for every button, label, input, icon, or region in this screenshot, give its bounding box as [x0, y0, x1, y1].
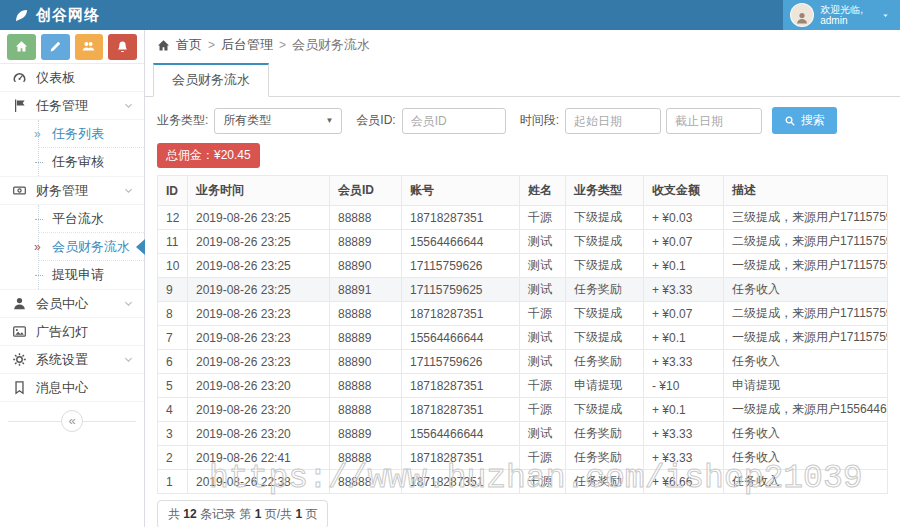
- sidebar-item-label: 广告幻灯: [36, 323, 88, 341]
- time-range-label: 时间段:: [520, 112, 559, 129]
- table-row: 62019-08-26 23:238889017115759626测试任务奖励+…: [158, 350, 888, 374]
- tab-member-finance-flow[interactable]: 会员财务流水: [153, 63, 269, 97]
- table-cell: 测试: [520, 422, 566, 446]
- table-cell: 7: [158, 326, 188, 350]
- table-cell: 任务奖励: [566, 350, 644, 374]
- table-cell: 下级提成: [566, 206, 644, 230]
- sidebar-subitem-task-review[interactable]: 任务审核: [38, 148, 144, 176]
- home-button[interactable]: [7, 34, 36, 60]
- business-type-select[interactable]: 所有类型 ▼: [214, 108, 342, 134]
- table-cell: 申请提现: [724, 374, 888, 398]
- table-cell: 18718287351: [402, 398, 520, 422]
- sidebar-item-ad-slides[interactable]: 广告幻灯: [0, 318, 144, 346]
- sidebar-subitem-task-list[interactable]: »任务列表: [38, 120, 144, 148]
- user-menu[interactable]: 欢迎光临, admin: [783, 0, 900, 30]
- table-cell: 三级提成，来源用户17115759625: [724, 206, 888, 230]
- table-cell: 下级提成: [566, 254, 644, 278]
- table-cell: 任务奖励: [566, 422, 644, 446]
- column-header: 会员ID: [330, 176, 402, 206]
- pencil-icon: [49, 40, 62, 53]
- table-cell: 2019-08-26 22:38: [188, 470, 330, 494]
- sidebar-collapse-row: «: [0, 409, 144, 433]
- table-cell: 测试: [520, 254, 566, 278]
- table-cell: 测试: [520, 350, 566, 374]
- sidebar-subitem-withdraw-apply[interactable]: 提现申请: [38, 261, 144, 289]
- member-id-input[interactable]: [402, 108, 506, 134]
- caret-down-icon: [881, 11, 890, 20]
- chevron-down-icon: [123, 100, 134, 111]
- sidebar-subitem-platform-flow[interactable]: 平台流水: [38, 205, 144, 233]
- search-button[interactable]: 搜索: [772, 107, 837, 134]
- table-cell: + ¥0.1: [644, 398, 724, 422]
- business-type-label: 业务类型:: [157, 112, 208, 129]
- chevron-down-icon: [123, 298, 134, 309]
- sidebar-item-message-center[interactable]: 消息中心: [0, 374, 144, 402]
- table-cell: 二级提成，来源用户17115759625: [724, 230, 888, 254]
- table-cell: + ¥0.07: [644, 302, 724, 326]
- start-date-input[interactable]: [565, 108, 661, 134]
- table-cell: 18718287351: [402, 470, 520, 494]
- submenu-finance-management: 平台流水»会员财务流水提现申请: [0, 205, 144, 290]
- table-cell: 2019-08-26 23:23: [188, 350, 330, 374]
- sidebar-item-task-management[interactable]: 任务管理: [0, 92, 144, 120]
- flag-icon: [12, 98, 27, 113]
- table-cell: 1: [158, 470, 188, 494]
- table-cell: 任务奖励: [566, 470, 644, 494]
- table-cell: 88889: [330, 422, 402, 446]
- table-cell: 一级提成，来源用户15564466644: [724, 398, 888, 422]
- table-cell: 千源: [520, 374, 566, 398]
- table-cell: 4: [158, 398, 188, 422]
- tab-bar: 会员财务流水: [145, 63, 900, 97]
- table-cell: 一级提成，来源用户17115759626: [724, 326, 888, 350]
- sidebar-subitem-label: 任务列表: [52, 125, 104, 143]
- app-logo[interactable]: 创谷网络: [0, 6, 145, 25]
- sidebar-item-finance-management[interactable]: 财务管理: [0, 177, 144, 205]
- column-header: 业务时间: [188, 176, 330, 206]
- breadcrumb-home[interactable]: 首页: [176, 36, 202, 54]
- sidebar-item-member-center[interactable]: 会员中心: [0, 290, 144, 318]
- table-cell: + ¥3.33: [644, 422, 724, 446]
- table-cell: 2019-08-26 23:20: [188, 422, 330, 446]
- gauge-icon: [12, 70, 27, 85]
- table-cell: 2019-08-26 23:20: [188, 398, 330, 422]
- table-cell: + ¥3.33: [644, 350, 724, 374]
- edit-button[interactable]: [41, 34, 70, 60]
- breadcrumb-separator: >: [279, 38, 286, 52]
- welcome-label: 欢迎光临,: [820, 4, 863, 15]
- table-cell: 任务奖励: [566, 446, 644, 470]
- table-cell: 18718287351: [402, 206, 520, 230]
- sidebar-item-label: 仪表板: [36, 69, 75, 87]
- sidebar-collapse-button[interactable]: «: [61, 410, 83, 432]
- table-cell: 15564466644: [402, 326, 520, 350]
- sidebar-subitem-label: 提现申请: [52, 266, 104, 284]
- app-title: 创谷网络: [36, 6, 100, 25]
- table-cell: 2019-08-26 23:25: [188, 278, 330, 302]
- column-header: 账号: [402, 176, 520, 206]
- table-cell: 下级提成: [566, 398, 644, 422]
- end-date-input[interactable]: [666, 108, 762, 134]
- table-cell: 17115759626: [402, 350, 520, 374]
- leaf-icon: [14, 8, 29, 23]
- sidebar-menu: 仪表板任务管理»任务列表任务审核财务管理平台流水»会员财务流水提现申请会员中心广…: [0, 64, 144, 402]
- table-cell: 88888: [330, 446, 402, 470]
- sidebar-item-system-settings[interactable]: 系统设置: [0, 346, 144, 374]
- table-cell: 88890: [330, 254, 402, 278]
- chevron-down-icon: [123, 185, 134, 196]
- table-cell: 88888: [330, 470, 402, 494]
- table-cell: 测试: [520, 230, 566, 254]
- sidebar: 仪表板任务管理»任务列表任务审核财务管理平台流水»会员财务流水提现申请会员中心广…: [0, 30, 145, 527]
- sidebar-item-dashboard[interactable]: 仪表板: [0, 64, 144, 92]
- table-row: 32019-08-26 23:208888915564466644测试任务奖励+…: [158, 422, 888, 446]
- main-content: 首页>后台管理>会员财务流水 会员财务流水 业务类型: 所有类型 ▼ 会员ID:…: [145, 30, 900, 527]
- table-cell: 2019-08-26 23:23: [188, 302, 330, 326]
- notifications-button[interactable]: [108, 34, 137, 60]
- breadcrumb-item[interactable]: 后台管理: [221, 36, 273, 54]
- sidebar-subitem-label: 任务审核: [52, 153, 104, 171]
- column-header: ID: [158, 176, 188, 206]
- sidebar-subitem-member-finance-flow[interactable]: »会员财务流水: [38, 233, 144, 261]
- members-button[interactable]: [75, 34, 104, 60]
- table-cell: 12: [158, 206, 188, 230]
- search-button-label: 搜索: [801, 112, 825, 129]
- table-cell: 2019-08-26 23:23: [188, 326, 330, 350]
- table-cell: 2019-08-26 23:20: [188, 374, 330, 398]
